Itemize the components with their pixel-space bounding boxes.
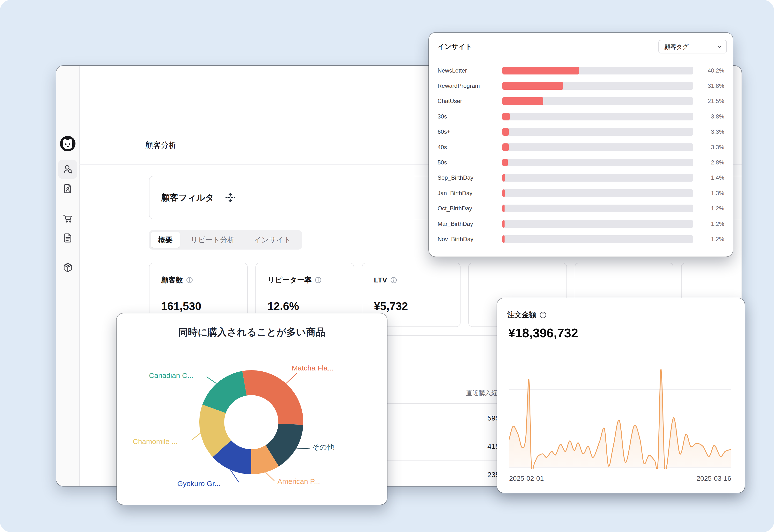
kpi-value: ¥5,732 <box>374 300 408 313</box>
insight-percentage: 2.8% <box>711 159 724 166</box>
insight-bar-track <box>502 189 693 197</box>
info-icon <box>540 311 546 318</box>
insight-bar-fill <box>502 205 505 212</box>
tab-repeat-analysis[interactable]: リピート分析 <box>182 232 243 248</box>
package-icon[interactable] <box>62 262 73 273</box>
insight-row[interactable]: Sep_BirthDay1.4% <box>429 170 733 185</box>
insight-bar-track <box>502 159 693 166</box>
insight-bar-fill <box>502 159 508 166</box>
app-logo[interactable] <box>60 135 76 152</box>
insight-percentage: 40.2% <box>708 67 724 74</box>
info-icon <box>186 277 193 283</box>
insight-bar-track <box>502 143 693 151</box>
donut-segment[interactable] <box>202 371 247 413</box>
insight-label: Jan_BirthDay <box>438 190 472 197</box>
insight-row[interactable]: Mar_BirthDay1.2% <box>429 216 733 231</box>
insight-row[interactable]: Nov_BirthDay1.2% <box>429 231 733 247</box>
insight-bar-fill <box>502 143 509 151</box>
x-axis-end-label: 2025-03-16 <box>697 475 731 482</box>
info-icon <box>390 277 397 283</box>
kpi-label: LTV <box>374 276 397 284</box>
order-amount-card: 注文金額 ¥18,396,732 2025-02-01 2025-03-16 <box>497 298 745 493</box>
insight-bar-track <box>502 128 693 136</box>
kpi-value: 161,530 <box>161 300 201 313</box>
donut-leader-line <box>266 472 274 481</box>
insight-bar-fill <box>502 220 505 228</box>
insight-label: Nov_BirthDay <box>438 236 473 243</box>
insight-bar-fill <box>502 189 505 197</box>
insight-label: Sep_BirthDay <box>438 174 473 181</box>
insight-percentage: 1.4% <box>711 174 724 181</box>
insight-row[interactable]: Jan_BirthDay1.3% <box>429 185 733 201</box>
insight-bar-track <box>502 205 693 212</box>
info-icon <box>315 277 321 283</box>
member-document-icon[interactable] <box>62 183 73 194</box>
insight-rows: NewsLetter40.2%RewardProgram31.8%ChatUse… <box>429 63 733 247</box>
x-axis-start-label: 2025-02-01 <box>509 475 544 482</box>
order-amount-value: ¥18,396,732 <box>508 326 578 340</box>
cart-icon[interactable] <box>62 213 73 224</box>
insight-bar-fill <box>502 174 505 182</box>
analysis-tabs: 概要 リピート分析 インサイト <box>149 230 302 250</box>
page-background: 顧客分析 顧客フィルタ 概要 リピート分析 インサイト 顧客数 161 <box>0 0 774 532</box>
donut-label: American P... <box>277 477 320 486</box>
donut-leader-line <box>296 448 310 449</box>
insight-percentage: 31.8% <box>708 82 724 89</box>
insight-percentage: 3.3% <box>711 144 724 151</box>
donut-leader-line <box>207 377 216 384</box>
report-document-icon[interactable] <box>62 233 73 243</box>
insights-title: インサイト <box>438 42 472 51</box>
sidebar <box>56 66 80 486</box>
insight-row[interactable]: RewardProgram31.8% <box>429 78 733 93</box>
insight-label: 40s <box>438 144 447 151</box>
tab-insights[interactable]: インサイト <box>245 232 300 248</box>
insights-panel: インサイト 顧客タグ NewsLetter40.2%RewardProgram3… <box>429 33 733 257</box>
chevron-down-icon <box>717 44 722 50</box>
insight-bar-fill <box>502 235 505 243</box>
insight-label: Mar_BirthDay <box>438 221 473 227</box>
customer-search-icon[interactable] <box>62 164 73 175</box>
insight-bar-fill <box>502 82 563 90</box>
insight-percentage: 1.2% <box>711 205 724 212</box>
insight-bar-fill <box>502 128 509 136</box>
insight-percentage: 1.3% <box>711 190 724 197</box>
insight-bar-track <box>502 235 693 243</box>
insight-bar-track <box>502 67 693 74</box>
insight-bar-track <box>502 82 693 90</box>
move-vertical-icon[interactable] <box>225 192 236 203</box>
tab-overview[interactable]: 概要 <box>151 232 180 248</box>
tag-dropdown-value: 顧客タグ <box>664 43 689 51</box>
insight-label: 50s <box>438 159 447 166</box>
insight-bar-track <box>502 97 693 105</box>
insight-row[interactable]: NewsLetter40.2% <box>429 63 733 78</box>
donut-leader-line <box>286 373 297 384</box>
insight-label: Oct_BirthDay <box>438 205 472 212</box>
kpi-label: リピーター率 <box>268 275 321 285</box>
insight-bar-track <box>502 220 693 228</box>
insight-row[interactable]: 50s2.8% <box>429 155 733 170</box>
insight-row[interactable]: ChatUser21.5% <box>429 94 733 109</box>
insight-label: NewsLetter <box>438 67 467 74</box>
insight-label: 60s+ <box>438 128 450 135</box>
donut-label: Canadian C... <box>149 371 193 380</box>
insight-row[interactable]: 30s3.8% <box>429 109 733 124</box>
basket-analysis-card: 同時に購入されることが多い商品 Matcha Fla... その他 Americ… <box>117 313 387 505</box>
order-line-chart <box>509 367 731 469</box>
insight-row[interactable]: 60s+3.3% <box>429 124 733 140</box>
insight-percentage: 3.8% <box>711 113 724 120</box>
donut-label: Chamomile ... <box>133 437 178 446</box>
tag-dropdown[interactable]: 顧客タグ <box>658 40 727 53</box>
insight-label: ChatUser <box>438 98 462 104</box>
donut-segment[interactable] <box>242 370 303 425</box>
order-amount-title: 注文金額 <box>507 310 546 320</box>
insight-row[interactable]: Oct_BirthDay1.2% <box>429 201 733 216</box>
donut-chart <box>117 313 387 505</box>
insight-percentage: 21.5% <box>708 98 724 104</box>
insight-label: 30s <box>438 113 447 120</box>
insight-bar-fill <box>502 97 543 105</box>
insight-row[interactable]: 40s3.3% <box>429 140 733 155</box>
donut-label: Matcha Fla... <box>292 364 334 372</box>
page-title: 顧客分析 <box>145 140 176 151</box>
insight-bar-track <box>502 113 693 120</box>
insight-percentage: 3.3% <box>711 128 724 135</box>
